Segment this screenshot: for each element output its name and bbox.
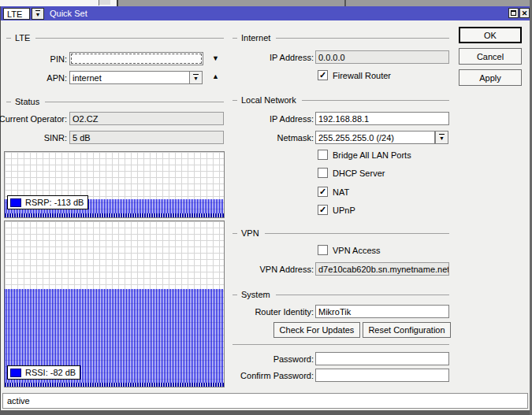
internet-ip-label: IP Address: — [270, 50, 314, 64]
background-fragment — [99, 0, 110, 5]
confirm-password-label: Confirm Password: — [240, 369, 314, 382]
close-icon: ✕ — [522, 9, 528, 17]
apply-button[interactable]: Apply — [459, 69, 522, 86]
pin-label: PIN: — [50, 52, 67, 65]
background-fragment — [117, 0, 118, 6]
local-network-group-header: Local Network — [233, 95, 449, 105]
internet-group-label: Internet — [241, 33, 270, 43]
group-line — [45, 102, 224, 102]
group-dash — [233, 38, 237, 39]
dhcp-server-checkbox[interactable] — [318, 168, 328, 178]
rssi-legend-swatch — [10, 369, 21, 377]
dropdown-arrow-icon: ▼ — [439, 134, 445, 141]
rsrp-legend-swatch — [10, 198, 21, 207]
local-ip-field[interactable]: 192.168.88.1 — [315, 112, 449, 125]
firewall-router-checkbox[interactable] — [318, 70, 328, 80]
titlebar[interactable]: LTE ▼ Quick Set ✕ — [1, 6, 530, 20]
quickset-window: LTE ▼ Quick Set ✕ OK Cancel Apply LTE PI… — [0, 0, 532, 415]
rsrp-graph: RSRP: -113 dB — [4, 151, 225, 218]
vpn-access-checkbox[interactable] — [318, 245, 328, 255]
password-field[interactable] — [315, 352, 449, 365]
group-dash — [6, 38, 11, 39]
local-network-group-label: Local Network — [241, 95, 296, 105]
rssi-legend: RSSI: -82 dB — [7, 365, 80, 380]
background-fragment — [99, 0, 99, 6]
current-operator-label: Current Operator: — [0, 112, 67, 125]
netmask-field[interactable]: 255.255.255.0 (/24) — [315, 131, 435, 144]
apn-dropdown-button[interactable]: ▼ — [189, 71, 203, 84]
group-dash — [6, 102, 11, 102]
internet-group-header: Internet — [233, 33, 449, 43]
restore-window-button[interactable] — [508, 8, 519, 18]
separator-line — [233, 344, 449, 345]
bridge-all-lan-ports-checkbox[interactable] — [318, 150, 328, 160]
dhcp-server-label: DHCP Server — [333, 168, 385, 178]
reset-configuration-button[interactable]: Reset Configuration — [363, 322, 451, 338]
upnp-checkbox[interactable] — [318, 205, 328, 215]
apn-field[interactable]: internet — [69, 71, 190, 84]
window-title: Quick Set — [50, 6, 87, 20]
rsrp-legend-text: RSRP: -113 dB — [25, 198, 84, 207]
dropdown-arrow-icon: ▼ — [193, 74, 199, 81]
pin-field[interactable] — [69, 52, 203, 65]
background-fragment — [118, 0, 532, 6]
background-bottom-strip — [0, 410, 532, 415]
rssi-graph-tickband — [5, 383, 224, 387]
group-line — [265, 233, 449, 234]
current-operator-field: O2.CZ — [69, 112, 224, 125]
sinr-field: 5 dB — [69, 131, 224, 144]
vpn-group-header: VPN — [233, 228, 449, 238]
background-fragment — [344, 0, 346, 6]
vpn-address-label: VPN Address: — [260, 262, 314, 276]
netmask-dropdown-button[interactable]: ▼ — [435, 131, 448, 144]
rssi-legend-text: RSSI: -82 dB — [25, 368, 76, 377]
local-ip-label: IP Address: — [270, 112, 314, 125]
status-group-header: Status — [6, 97, 224, 106]
nat-checkbox[interactable] — [318, 187, 328, 197]
apn-collapse-arrow-icon[interactable]: ▲ — [212, 73, 219, 80]
group-dash — [233, 233, 237, 234]
group-line — [35, 38, 224, 39]
group-dash — [233, 100, 237, 101]
restore-icon — [511, 10, 516, 16]
group-line — [302, 100, 449, 101]
upnp-label: UPnP — [333, 205, 355, 215]
status-bar-text: active — [7, 396, 30, 406]
window-left-edge — [0, 6, 1, 410]
router-identity-field[interactable]: MikroTik — [315, 305, 449, 318]
group-line — [276, 38, 449, 39]
lte-group-label: LTE — [15, 33, 30, 43]
status-bar: active — [2, 393, 528, 409]
vpn-group-label: VPN — [241, 228, 259, 238]
pin-expand-arrow-icon[interactable]: ▼ — [212, 55, 219, 62]
sinr-label: SINR: — [44, 131, 67, 144]
group-line — [276, 295, 449, 295]
system-group-label: System — [241, 290, 270, 299]
mode-selector-value: LTE — [7, 9, 22, 19]
mode-selector-dropdown-button[interactable]: ▼ — [32, 8, 44, 20]
apn-label: APN: — [47, 71, 67, 84]
lte-group-header: LTE — [6, 33, 224, 43]
mode-selector[interactable]: LTE — [3, 8, 30, 20]
password-label: Password: — [273, 352, 314, 365]
check-for-updates-button[interactable]: Check For Updates — [273, 322, 360, 338]
system-group-header: System — [233, 290, 449, 299]
firewall-router-label: Firewall Router — [333, 70, 391, 80]
internet-ip-field: 0.0.0.0 — [315, 50, 449, 64]
status-group-label: Status — [15, 97, 39, 106]
rsrp-graph-tickband — [5, 213, 224, 217]
nat-label: NAT — [333, 187, 349, 197]
netmask-label: Netmask: — [277, 131, 314, 144]
cancel-button[interactable]: Cancel — [459, 48, 522, 65]
group-dash — [233, 295, 237, 295]
vpn-address-field: d7e10cab620b.sn.mynetname.net — [315, 262, 449, 276]
router-identity-label: Router Identity: — [255, 305, 314, 318]
vpn-access-label: VPN Access — [333, 245, 381, 255]
confirm-password-field[interactable] — [315, 369, 449, 382]
close-window-button[interactable]: ✕ — [519, 8, 530, 18]
ok-button[interactable]: OK — [459, 27, 522, 43]
rsrp-legend: RSRP: -113 dB — [7, 195, 88, 209]
bridge-all-lan-ports-label: Bridge All LAN Ports — [333, 150, 411, 160]
background-top-strip — [0, 0, 532, 6]
dropdown-arrow-icon: ▼ — [35, 10, 41, 17]
